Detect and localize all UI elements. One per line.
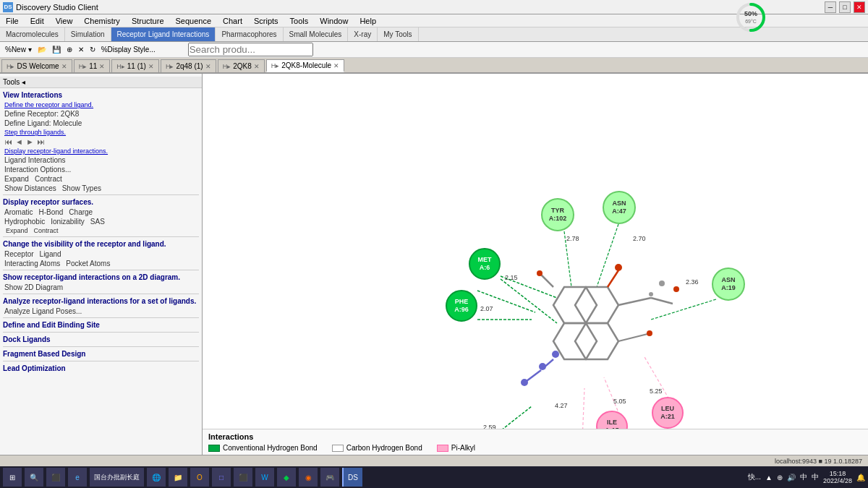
restore-button[interactable]: □	[839, 1, 851, 13]
hbond-btn[interactable]: H-Bond	[38, 208, 63, 216]
interaction-options-row[interactable]: Interaction Options...	[0, 165, 202, 174]
section-lead-optimization[interactable]: Lead Optimization	[0, 363, 202, 374]
node-tyr102[interactable]: TYRA:102	[541, 198, 574, 231]
taskbar-arrow[interactable]: ▲	[765, 474, 773, 481]
ligand-interactions-row[interactable]: Ligand Interactions	[0, 155, 202, 165]
menu-chemistry[interactable]: Chemistry	[81, 17, 123, 25]
toolbar-icon2[interactable]: ✕	[76, 45, 86, 54]
task-chinese-label[interactable]: 国台办批副长庭	[90, 468, 144, 487]
edge-btn[interactable]: e	[68, 468, 87, 487]
tab-11-1[interactable]: H▸ 11 (1) ✕	[111, 59, 159, 72]
step-last-btn[interactable]: ⏭	[37, 137, 45, 146]
node-met6[interactable]: META:6	[469, 248, 501, 280]
close-button[interactable]: ✕	[854, 1, 865, 13]
section-fragment-design[interactable]: Fragment Based Design	[0, 348, 202, 359]
tab-receptor-ligand[interactable]: Receptor Ligand Interactions	[111, 27, 216, 41]
tab-xray[interactable]: X-ray	[348, 27, 378, 41]
menu-view[interactable]: View	[53, 17, 76, 25]
node-leu21[interactable]: LEUA:21	[652, 397, 684, 429]
tab-2q48[interactable]: H▸ 2q48 (1) ✕	[161, 59, 216, 72]
task-app6[interactable]: W	[255, 468, 274, 487]
section-binding-site[interactable]: Define and Edit Binding Site	[0, 320, 202, 330]
search-taskbar-btn[interactable]: 🔍	[25, 468, 43, 487]
display-interactions-link[interactable]: Display receptor-ligand interactions.	[0, 147, 202, 155]
analyze-ligand-poses-row[interactable]: Analyze Ligand Poses...	[0, 307, 202, 316]
show-types-btn[interactable]: Show Types	[62, 184, 101, 192]
aromatic-btn[interactable]: Aromatic	[4, 208, 33, 216]
show-2d-diagram-row[interactable]: Show 2D Diagram	[0, 283, 202, 292]
section-analyze[interactable]: Analyze receptor-ligand interactions for…	[0, 296, 202, 307]
new-button[interactable]: %New ▾	[3, 45, 34, 54]
section-display-surfaces[interactable]: Display receptor surfaces.	[0, 197, 202, 207]
tab-close[interactable]: ✕	[61, 63, 67, 70]
task-app8[interactable]: ◉	[299, 468, 318, 487]
menu-sequence[interactable]: Sequence	[173, 17, 215, 25]
contract-btn1[interactable]: Contract	[35, 175, 62, 183]
tab-my-tools[interactable]: My Tools	[378, 27, 418, 41]
ligand-btn[interactable]: Ligand	[40, 250, 61, 258]
task-app3[interactable]: O	[190, 468, 209, 487]
sas-btn[interactable]: SAS	[90, 218, 105, 226]
step-through-ligands-link[interactable]: Step through ligands.	[0, 128, 202, 137]
save-button[interactable]: 💾	[50, 45, 63, 54]
task-app7[interactable]: ◆	[277, 468, 296, 487]
hydrophobic-btn[interactable]: Hydrophobic	[4, 218, 45, 226]
system-clock[interactable]: 15:18 2022/4/28	[823, 470, 852, 484]
show-distances-btn[interactable]: Show Distances	[4, 184, 56, 192]
step-first-btn[interactable]: ⏮	[4, 137, 12, 146]
tab-ds-welcome[interactable]: H▸ DS Welcome ✕	[1, 59, 72, 72]
task-view-btn[interactable]: ⬛	[46, 468, 65, 487]
ionizability-btn[interactable]: Ionizability	[51, 218, 85, 226]
task-app4[interactable]: □	[212, 468, 231, 487]
section-view-interactions[interactable]: View Interactions	[0, 90, 202, 100]
menu-help[interactable]: Help	[357, 17, 379, 25]
window-controls[interactable]: ─ □ ✕	[825, 1, 865, 13]
step-prev-btn[interactable]: ◄	[15, 137, 23, 146]
tab-2qk8-molecule[interactable]: H▸ 2QK8-Molecule ✕	[266, 59, 344, 72]
interacting-atoms-btn[interactable]: Interacting Atoms	[4, 260, 60, 267]
menu-tools[interactable]: Tools	[287, 17, 312, 25]
tab-11[interactable]: H▸ 11 ✕	[74, 59, 111, 72]
receptor-btn[interactable]: Receptor	[4, 250, 34, 258]
tab-close[interactable]: ✕	[148, 63, 154, 70]
tab-simulation[interactable]: Simulation	[65, 27, 111, 41]
taskbar-ime2[interactable]: 中	[812, 472, 819, 482]
taskbar-notification[interactable]: 🔔	[856, 474, 865, 481]
taskbar-language[interactable]: 快...	[748, 472, 761, 482]
toolbar-icon1[interactable]: ⊕	[64, 45, 75, 54]
node-phe96[interactable]: PHEA:96	[446, 290, 477, 322]
section-2d-diagram[interactable]: Show receptor-ligand interactions on a 2…	[0, 272, 202, 283]
menu-scripts[interactable]: Scripts	[251, 17, 281, 25]
discovery-studio-taskbtn[interactable]: DS	[342, 468, 362, 487]
task-app5[interactable]: ⬛	[234, 468, 252, 487]
open-button[interactable]: 📂	[35, 45, 48, 54]
menu-window[interactable]: Window	[317, 17, 351, 25]
display-style-button[interactable]: %Display Style...	[99, 45, 158, 54]
search-input[interactable]	[188, 43, 313, 56]
pocket-atoms-btn[interactable]: Pocket Atoms	[66, 260, 110, 267]
minimize-button[interactable]: ─	[825, 1, 836, 13]
tab-2qk8[interactable]: H▸ 2QK8 ✕	[218, 59, 265, 72]
taskbar-network[interactable]: ⊕	[777, 474, 783, 481]
section-dock-ligands[interactable]: Dock Ligands	[0, 334, 202, 345]
menu-structure[interactable]: Structure	[129, 17, 167, 25]
expand-btn1[interactable]: Expand	[4, 175, 29, 183]
tab-close[interactable]: ✕	[99, 63, 105, 70]
tab-close[interactable]: ✕	[205, 63, 211, 70]
menu-edit[interactable]: Edit	[27, 17, 47, 25]
node-asn19[interactable]: ASNA:19	[712, 267, 745, 301]
task-app9[interactable]: 🎮	[320, 468, 339, 487]
start-button[interactable]: ⊞	[3, 468, 22, 487]
tab-small-molecules[interactable]: Small Molecules	[284, 27, 349, 41]
task-app2[interactable]: 📁	[169, 468, 187, 487]
task-app1[interactable]: 🌐	[147, 468, 166, 487]
charge-btn[interactable]: Charge	[69, 208, 93, 216]
tab-macromolecules[interactable]: Macromolecules	[0, 27, 65, 41]
tab-close[interactable]: ✕	[333, 62, 339, 69]
menu-file[interactable]: File	[3, 17, 22, 25]
taskbar-sound[interactable]: 🔊	[787, 474, 796, 481]
toolbar-icon3[interactable]: ↻	[88, 45, 98, 54]
expand-btn2[interactable]: Expand	[6, 227, 28, 234]
menu-chart[interactable]: Chart	[220, 17, 245, 25]
step-next-btn[interactable]: ►	[26, 137, 34, 146]
